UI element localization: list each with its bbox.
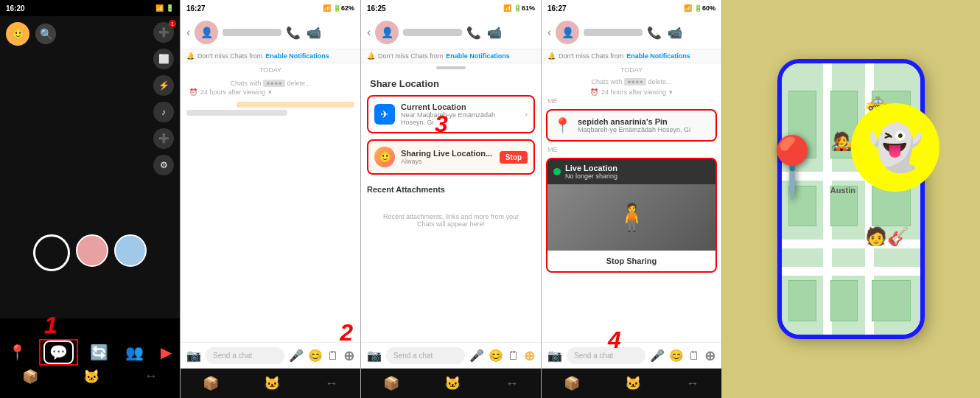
plus-icon-2[interactable]: ⊕ <box>343 348 354 364</box>
enable-notif-2[interactable]: Enable Notifications <box>265 52 329 60</box>
nav-icons: 📍 💬 🔄 👥 ▶ <box>0 333 180 367</box>
live-location-option[interactable]: 🙂 Sharing Live Location... Always Stop <box>367 139 535 175</box>
chat-input-4[interactable]: Send a chat <box>567 347 645 364</box>
current-location-option[interactable]: ✈ Current Location Near Maqbareh-ye Emām… <box>367 95 535 133</box>
chat-icon: 💬 <box>49 343 68 361</box>
emoji-icon-4[interactable]: 😊 <box>669 349 684 363</box>
mic-icon-3[interactable]: 🎤 <box>469 349 484 363</box>
drag-handle-3 <box>361 63 541 72</box>
recent-attachments-placeholder: Recent attachments, links and more from … <box>367 198 535 242</box>
phone-icon-4[interactable]: 📞 <box>647 26 662 40</box>
live-loc-header: Live Location No longer sharing <box>547 159 715 184</box>
back-button-2[interactable]: ‹ <box>186 26 190 39</box>
back-button-4[interactable]: ‹ <box>547 26 551 39</box>
chat-bottom-2: 📷 Send a chat 🎤 😊 🗒 ⊕ <box>181 342 360 369</box>
chat-input-2[interactable]: Send a chat <box>206 347 284 364</box>
signal-icon-4: 📶 <box>684 4 692 12</box>
clock-icon-4: ⏰ <box>590 88 598 96</box>
notif-bar-2: 🔔 Don't miss Chats from Enable Notificat… <box>181 49 360 63</box>
settings-icon[interactable]: ⚙ <box>153 155 174 175</box>
tutorial-content: Austin 🧑‍🎤 👩‍🦰 🧑‍🎸 🚕 👻 📍 <box>777 59 925 339</box>
music-icon[interactable]: ♪ <box>153 102 174 122</box>
scan-icon[interactable]: ⬜ <box>153 49 174 69</box>
signal-icon: 📶 <box>155 4 164 12</box>
live-loc-body: 🧍 <box>547 184 715 251</box>
stop-sharing-button[interactable]: Stop Sharing <box>547 251 715 271</box>
nav-map[interactable]: 📍 <box>8 343 27 361</box>
live-loc-icon: 🙂 <box>374 147 395 167</box>
nav-friends[interactable]: 👥 <box>125 343 144 361</box>
chat-history-2: Chats with ●●●● delete... ⏰ 24 hours aft… <box>181 77 360 123</box>
plus-icon-4[interactable]: ⊕ <box>704 348 715 364</box>
video-icon-3[interactable]: 📹 <box>487 26 502 40</box>
chevron-down-icon-2: ▾ <box>268 88 272 96</box>
msg-1 <box>237 102 354 108</box>
camera-icon-2[interactable]: 📷 <box>186 349 201 363</box>
enable-notif-3[interactable]: Enable Notifications <box>446 52 510 60</box>
status-icons-3: 📶 🔋61% <box>503 4 535 12</box>
footer-icon-4b: 🐱 <box>625 375 641 391</box>
contact-name-3 <box>403 29 462 36</box>
mic-icon-4[interactable]: 🎤 <box>650 349 665 363</box>
nav-chat[interactable]: 💬 <box>43 341 74 364</box>
nav-capture[interactable]: 🔄 <box>90 343 108 361</box>
status-bar-1: 16:20 📶 🔋 <box>0 0 180 16</box>
capture-icon: 🔄 <box>90 343 108 361</box>
plus-active-icon[interactable]: ⊕ <box>524 348 535 364</box>
time-label-4[interactable]: 24 hours after viewing <box>601 88 666 96</box>
pin-icon: 📍 <box>553 116 572 134</box>
camera-right-icons: ➕ 1 ⬜ ⚡ ♪ ➕ ⚙ <box>153 22 174 175</box>
plus-icon[interactable]: ➕ <box>153 128 174 149</box>
chat-bottom-4: 📷 Send a chat 🎤 😊 🗒 ⊕ <box>542 342 721 369</box>
sticker-icon-2[interactable]: 🗒 <box>327 349 339 363</box>
nav-stories[interactable]: ▶ <box>161 343 172 361</box>
camera-icon-4[interactable]: 📷 <box>547 349 562 363</box>
time-label-2[interactable]: 24 hours after viewing <box>200 88 265 96</box>
chat-header-3: ‹ 👤 📞 📹 <box>361 16 541 49</box>
pin-sub: Maqbareh-ye Emāmzādah Hoseyn, Gi <box>578 126 690 133</box>
chat-input-3[interactable]: Send a chat <box>386 347 465 364</box>
status-icons-2: 📶 🔋62% <box>323 4 354 12</box>
enable-notif-4[interactable]: Enable Notifications <box>626 52 690 60</box>
phone-icon-2[interactable]: 📞 <box>286 26 301 40</box>
label-1: 1 <box>44 312 57 339</box>
flash-icon[interactable]: ⚡ <box>153 75 174 96</box>
phone-icon-3[interactable]: 📞 <box>466 26 481 40</box>
camera-icon-3[interactable]: 📷 <box>367 349 382 363</box>
snapchat-ghost-logo: 👻 <box>851 103 939 192</box>
chats-with-4: Chats with ●●●● delete... <box>542 77 721 87</box>
user-avatar[interactable]: 🙂 <box>6 22 29 46</box>
story-1[interactable] <box>76 234 108 267</box>
mic-icon-2[interactable]: 🎤 <box>289 349 304 363</box>
camera-view: 🙂 🔍 ➕ 1 ⬜ ⚡ ♪ ➕ ⚙ <box>0 16 180 318</box>
loc-text-live: Sharing Live Location... Always <box>401 149 494 165</box>
time-row-2: ⏰ 24 hours after viewing ▾ <box>186 87 354 97</box>
add-friends-icon[interactable]: ➕ 1 <box>153 22 174 43</box>
loc-text-current: Current Location Near Maqbareh-ye Emāmzā… <box>401 102 519 126</box>
video-icon-4[interactable]: 📹 <box>668 26 682 40</box>
nav-sub-bar: 📦 🐱 ↔ <box>0 367 180 389</box>
emoji-icon-3[interactable]: 😊 <box>489 349 503 363</box>
footer-icon-3a: 📦 <box>383 375 399 391</box>
sticker-icon-3[interactable]: 🗒 <box>508 349 519 363</box>
pin-text: sepideh ansarinia's Pin Maqbareh-ye Emām… <box>578 117 690 133</box>
battery-icon-2: 🔋62% <box>333 4 354 12</box>
live-loc-sub: Always <box>401 158 494 165</box>
footer-bar-3: 📦 🐱 ↔ <box>361 369 541 398</box>
add-badge: 1 <box>169 20 176 27</box>
back-button-3[interactable]: ‹ <box>367 26 371 39</box>
time-4: 16:27 <box>547 4 567 13</box>
stop-button[interactable]: Stop <box>500 151 528 164</box>
search-button[interactable]: 🔍 <box>35 24 56 44</box>
video-icon-2[interactable]: 📹 <box>307 26 321 40</box>
emoji-icon-2[interactable]: 😊 <box>308 349 323 363</box>
footer-icon-3c: ↔ <box>505 376 519 391</box>
capture-button[interactable] <box>33 234 70 271</box>
story-2[interactable] <box>114 234 147 267</box>
sticker-icon-4[interactable]: 🗒 <box>688 349 700 363</box>
me-label-2: ME <box>542 146 721 153</box>
chevron-down-icon-4: ▾ <box>669 88 673 96</box>
contact-name-2 <box>223 29 281 36</box>
battery-icon: 🔋 <box>166 4 174 12</box>
contact-name-4 <box>584 29 643 36</box>
